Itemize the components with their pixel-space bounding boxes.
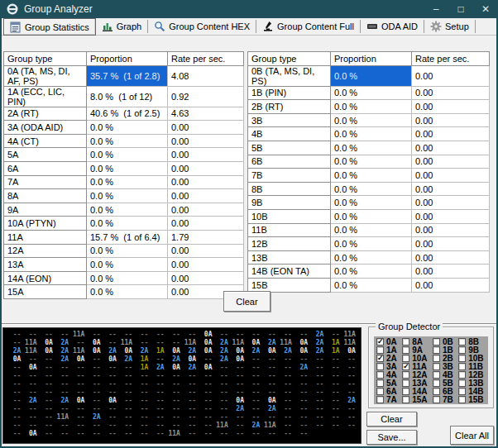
detector-checkbox-5b[interactable]: ✓5B (433, 379, 457, 387)
unchecked-checkbox-icon[interactable]: ✓ (458, 346, 466, 354)
unchecked-checkbox-icon[interactable]: ✓ (402, 396, 409, 403)
detector-checkbox-0b[interactable]: ✓0B (433, 337, 457, 346)
group-type-cell[interactable]: 9A (4, 203, 87, 217)
rate-cell[interactable]: 0.00 (168, 258, 244, 272)
unchecked-checkbox-icon[interactable]: ✓ (458, 363, 466, 370)
proportion-cell[interactable]: 15.7 % (1 of 6.4) (87, 230, 168, 244)
group-row-15b[interactable]: 15B0.0 %0.00 (248, 278, 490, 292)
rate-cell[interactable]: 0.00 (412, 223, 490, 237)
group-type-cell[interactable]: 13A (4, 258, 87, 272)
group-row-12a[interactable]: 12A0.0 %0.00 (4, 244, 244, 258)
detector-checkbox-6a[interactable]: ✓6A (376, 387, 401, 395)
group-type-cell[interactable]: 7A (4, 175, 87, 189)
group-type-cell[interactable]: 6A (4, 161, 87, 175)
group-type-cell[interactable]: 1B (PIN) (248, 86, 331, 100)
group-type-cell[interactable]: 1A (ECC, LIC, PIN) (4, 86, 87, 107)
group-type-cell[interactable]: 6B (248, 155, 331, 169)
rate-cell[interactable]: 0.00 (168, 271, 244, 285)
tab-setup[interactable]: Setup (424, 20, 476, 33)
group-type-cell[interactable]: 3B (248, 113, 331, 127)
rate-cell[interactable]: 0.00 (412, 182, 490, 196)
detector-checkbox-12a[interactable]: ✓12A (402, 370, 432, 379)
group-type-cell[interactable]: 12A (4, 244, 87, 258)
unchecked-checkbox-icon[interactable]: ✓ (433, 363, 440, 370)
group-row-10a[interactable]: 10A (PTYN)0.0 %0.00 (4, 217, 244, 231)
group-type-cell[interactable]: 14B (EON TA) (248, 265, 331, 279)
group-row-11a[interactable]: 11A15.7 % (1 of 6.4)1.79 (4, 230, 244, 244)
unchecked-checkbox-icon[interactable]: ✓ (433, 338, 440, 346)
detector-save-button[interactable]: Save... (366, 430, 417, 445)
proportion-cell[interactable]: 0.0 % (331, 250, 412, 265)
detector-clear-button[interactable]: Clear (366, 412, 417, 427)
detector-checkbox-13a[interactable]: ✓13A (402, 379, 432, 387)
detector-checkbox-3b[interactable]: ✓3B (433, 362, 457, 370)
detector-checkbox-6b[interactable]: ✓6B (433, 387, 457, 395)
detector-checkbox-11b[interactable]: ✓11B (458, 362, 488, 370)
detector-checkbox-15b[interactable]: ✓15B (458, 395, 488, 403)
rate-cell[interactable]: 0.00 (412, 86, 490, 100)
detector-checkbox-13b[interactable]: ✓13B (458, 379, 488, 387)
unchecked-checkbox-icon[interactable]: ✓ (402, 338, 409, 346)
group-row-2a[interactable]: 2A (RT)40.6 % (1 of 2.5)4.63 (4, 107, 244, 121)
proportion-cell[interactable]: 0.0 % (331, 113, 412, 127)
group-row-11b[interactable]: 11B0.0 %0.00 (248, 223, 490, 237)
group-type-cell[interactable]: 2B (RT) (248, 100, 331, 114)
rate-cell[interactable]: 0.00 (168, 203, 244, 217)
group-row-3b[interactable]: 3B0.0 %0.00 (248, 113, 490, 127)
proportion-cell[interactable]: 0.0 % (87, 121, 168, 135)
checked-checkbox-icon[interactable]: ✓ (376, 338, 384, 346)
group-row-2b[interactable]: 2B (RT)0.0 %0.00 (248, 100, 490, 114)
detector-checkbox-1b[interactable]: ✓1B (433, 346, 457, 354)
proportion-cell[interactable]: 0.0 % (331, 223, 412, 237)
group-row-9b[interactable]: 9B0.0 %0.00 (248, 196, 490, 210)
detector-checkbox-7a[interactable]: ✓7A (376, 395, 401, 403)
rate-cell[interactable]: 0.00 (412, 65, 490, 86)
group-type-cell[interactable]: 3A (ODA AID) (4, 121, 87, 135)
rate-cell[interactable]: 0.00 (168, 244, 244, 258)
rate-cell[interactable]: 0.00 (168, 148, 244, 162)
group-type-cell[interactable]: 4B (248, 127, 331, 141)
proportion-cell[interactable]: 0.0 % (87, 217, 168, 231)
detector-checkbox-9b[interactable]: ✓9B (458, 346, 488, 354)
group-type-cell[interactable]: 15A (4, 285, 87, 299)
group-row-0b[interactable]: 0B (TA, MS, DI, PS)0.0 %0.00 (248, 65, 490, 86)
group-type-cell[interactable]: 9B (248, 196, 331, 210)
group-row-13b[interactable]: 13B0.0 %0.00 (248, 250, 490, 265)
detector-checkbox-14a[interactable]: ✓14A (402, 387, 432, 395)
detector-checkbox-2b[interactable]: ✓2B (433, 354, 457, 362)
proportion-cell[interactable]: 0.0 % (331, 141, 412, 155)
tab-group-statistics[interactable]: Group Statistics (3, 18, 96, 36)
detector-checkbox-10a[interactable]: ✓10A (402, 354, 432, 362)
group-row-6b[interactable]: 6B0.0 %0.00 (248, 155, 490, 169)
rate-cell[interactable]: 0.00 (412, 141, 490, 155)
unchecked-checkbox-icon[interactable]: ✓ (433, 346, 440, 354)
unchecked-checkbox-icon[interactable]: ✓ (376, 396, 384, 403)
tab-oda-aid[interactable]: ODA AID (361, 20, 424, 33)
detector-checkbox-2a[interactable]: ✓2A (376, 354, 401, 362)
proportion-cell[interactable]: 0.0 % (331, 209, 412, 223)
rate-cell[interactable]: 0.00 (412, 278, 490, 292)
proportion-cell[interactable]: 0.0 % (87, 258, 168, 272)
unchecked-checkbox-icon[interactable]: ✓ (402, 371, 409, 379)
checked-checkbox-icon[interactable]: ✓ (376, 355, 384, 362)
proportion-cell[interactable]: 0.0 % (331, 86, 412, 100)
rate-cell[interactable]: 0.00 (168, 217, 244, 231)
rate-cell[interactable]: 0.00 (412, 155, 490, 169)
proportion-cell[interactable]: 0.0 % (87, 203, 168, 217)
proportion-cell[interactable]: 0.0 % (331, 196, 412, 210)
unchecked-checkbox-icon[interactable]: ✓ (376, 379, 384, 387)
proportion-cell[interactable]: 0.0 % (331, 169, 412, 183)
group-type-cell[interactable]: 5A (4, 148, 87, 162)
unchecked-checkbox-icon[interactable]: ✓ (458, 396, 466, 403)
group-row-1b[interactable]: 1B (PIN)0.0 %0.00 (248, 86, 490, 100)
rate-cell[interactable]: 0.00 (412, 169, 490, 183)
tab-group-content-full[interactable]: Group Content Full (256, 20, 361, 33)
group-row-8a[interactable]: 8A0.0 %0.00 (4, 189, 244, 203)
group-type-cell[interactable]: 10B (248, 209, 331, 223)
group-row-13a[interactable]: 13A0.0 %0.00 (4, 258, 244, 272)
rate-cell[interactable]: 0.00 (412, 127, 490, 141)
detector-checkbox-4a[interactable]: ✓4A (376, 370, 401, 379)
group-type-cell[interactable]: 2A (RT) (4, 107, 87, 121)
group-row-6a[interactable]: 6A0.0 %0.00 (4, 161, 244, 175)
proportion-cell[interactable]: 0.0 % (87, 244, 168, 258)
